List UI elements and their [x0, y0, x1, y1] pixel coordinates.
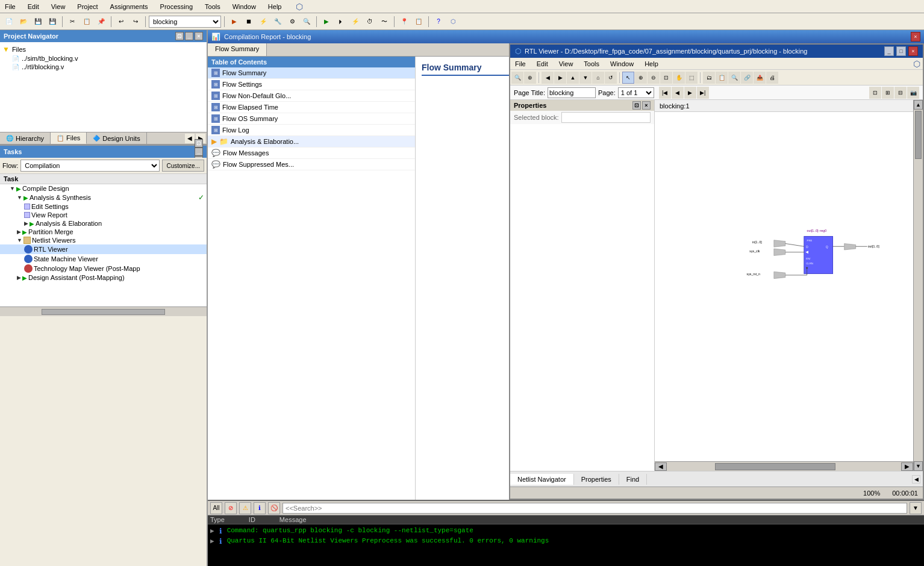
- paste-button[interactable]: 📌: [95, 15, 108, 28]
- toc-item-0[interactable]: ⊞ Flow Summary: [208, 67, 415, 79]
- task-partition-merge[interactable]: ▶ ▶ Partition Merge: [0, 228, 207, 236]
- suppress-filter-btn[interactable]: 🚫: [268, 502, 280, 514]
- rtl-tb-refresh-btn[interactable]: ↺: [605, 72, 617, 84]
- tool3-button[interactable]: 🔍: [300, 15, 313, 28]
- task-netlist-viewers[interactable]: ▼ Netlist Viewers: [0, 236, 207, 244]
- rtl-tb-navigate-icon[interactable]: 🔍: [511, 72, 523, 84]
- rtl-tb-home-btn[interactable]: ⌂: [592, 72, 604, 84]
- play-button[interactable]: ⏵: [334, 15, 348, 28]
- tasks-hscroll[interactable]: [0, 307, 207, 316]
- view-btn-1[interactable]: ⊡: [869, 87, 881, 99]
- min-button[interactable]: _: [185, 32, 193, 40]
- files-root[interactable]: ▼ Files: [2, 45, 204, 54]
- msg-expand-1[interactable]: ▶: [210, 537, 214, 545]
- all-filter-btn[interactable]: All: [210, 502, 222, 514]
- rtl-tab-find[interactable]: Find: [619, 474, 647, 485]
- page-next-btn[interactable]: ▶: [684, 87, 696, 99]
- rtl-menu-window[interactable]: Window: [608, 60, 636, 68]
- sim-button[interactable]: 〜: [378, 15, 391, 28]
- rtl-tb-zoomout-btn[interactable]: ⊖: [648, 72, 660, 84]
- menu-project[interactable]: Project: [75, 2, 100, 11]
- toc-item-6[interactable]: ▶ 📁 Analysis & Elaboratio...: [208, 136, 415, 148]
- rtl-menu-tools[interactable]: Tools: [581, 60, 602, 68]
- task-analysis-elaboration[interactable]: ▶ ▶ Analysis & Elaboration: [0, 219, 207, 228]
- menu-edit[interactable]: Edit: [25, 2, 42, 11]
- task-rtl-viewer[interactable]: RTL Viewer: [0, 244, 207, 254]
- timing-button[interactable]: ⏱: [363, 15, 376, 28]
- menu-processing[interactable]: Processing: [158, 2, 195, 11]
- search-go-btn[interactable]: ▼: [910, 502, 922, 514]
- rtl-tb-find-btn[interactable]: 🔍: [728, 72, 740, 84]
- msg-expand-0[interactable]: ▶: [210, 527, 214, 535]
- menu-view[interactable]: View: [49, 2, 68, 11]
- selected-block-input[interactable]: [561, 112, 651, 123]
- file-item-0[interactable]: 📄 ../sim/tb_blocking.v: [2, 54, 204, 63]
- rtl-vscrollbar[interactable]: ▲ ▼: [913, 100, 923, 471]
- page-prev-btn[interactable]: ◀: [672, 87, 684, 99]
- rtl-vscroll-up-btn[interactable]: ▲: [914, 100, 923, 110]
- error-filter-btn[interactable]: ⊘: [225, 502, 237, 514]
- cr-close-button[interactable]: ×: [911, 32, 920, 42]
- props-float-btn[interactable]: ⊡: [632, 101, 641, 110]
- new-button[interactable]: 📄: [2, 15, 16, 28]
- tool1-button[interactable]: 🔧: [271, 15, 284, 28]
- rtl-tab-properties[interactable]: Properties: [574, 474, 619, 485]
- rtl-vscroll-down-btn[interactable]: ▼: [914, 461, 923, 471]
- save-button[interactable]: 💾: [31, 15, 45, 28]
- pinplanner-button[interactable]: 📍: [398, 15, 411, 28]
- rtl-tb-pan-btn[interactable]: ✋: [673, 72, 685, 84]
- tab-files[interactable]: 📋 Files: [51, 132, 87, 144]
- run-button[interactable]: ▶: [320, 15, 333, 28]
- menu-help[interactable]: Help: [266, 2, 284, 11]
- save-all-button[interactable]: 💾: [46, 15, 59, 28]
- cr-tab-flow-summary[interactable]: Flow Summary: [208, 43, 267, 56]
- task-edit-settings[interactable]: Edit Settings: [0, 202, 207, 211]
- rtl-menu-file[interactable]: File: [513, 60, 528, 68]
- rtl-vscroll-thumb[interactable]: [915, 111, 922, 159]
- view-btn-3[interactable]: ⊟: [894, 87, 907, 99]
- toc-item-2[interactable]: ⊞ Flow Non-Default Glo...: [208, 90, 415, 102]
- compile-button[interactable]: ▶: [228, 15, 241, 28]
- rtl-close-button[interactable]: ×: [908, 46, 918, 56]
- task-state-machine-viewer[interactable]: State Machine Viewer: [0, 254, 207, 264]
- warning-filter-btn[interactable]: ⚠: [239, 502, 251, 514]
- info-filter-btn[interactable]: ℹ: [254, 502, 266, 514]
- rtl-tb-select-btn[interactable]: ⬚: [685, 72, 698, 84]
- rtl-tb-zoomin-btn[interactable]: ⊕: [635, 72, 647, 84]
- rtl-tb-forward-btn[interactable]: ▶: [554, 72, 566, 84]
- task-view-report[interactable]: View Report: [0, 211, 207, 219]
- float-button[interactable]: ⊡: [175, 32, 184, 40]
- nav-back-button[interactable]: ◀: [185, 134, 195, 143]
- view-btn-2[interactable]: ⊞: [882, 87, 894, 99]
- stop-button[interactable]: ⏹: [242, 15, 255, 28]
- rtl-tb-up-btn[interactable]: ▲: [567, 72, 579, 84]
- rtl-nav-left-btn[interactable]: ◀: [912, 475, 920, 484]
- rtl-tb-print-btn[interactable]: 🖨: [766, 72, 778, 84]
- toc-item-1[interactable]: ⊞ Flow Settings: [208, 79, 415, 90]
- task-analysis-synthesis[interactable]: ▼ ▶ Analysis & Synthesis ✓: [0, 193, 207, 202]
- rtl-tb-net-btn[interactable]: 🔗: [741, 72, 753, 84]
- rtl-tb-pointer-btn[interactable]: ↖: [622, 72, 634, 84]
- rtl-schematic-canvas[interactable]: out[1..0]~reg0 PRE D Q: [655, 112, 913, 461]
- rtl-tb-zoom-icon[interactable]: ⊕: [524, 72, 536, 84]
- task-compile-design[interactable]: ▼ ▶ Compile Design: [0, 184, 207, 193]
- rtl-hscrollbar[interactable]: ◀ ▶: [655, 461, 913, 471]
- toc-item-3[interactable]: ⊞ Flow Elapsed Time: [208, 102, 415, 113]
- rtl-tb-export-btn[interactable]: 📤: [754, 72, 766, 84]
- assignment-button[interactable]: 📋: [412, 15, 425, 28]
- rtl-menu-help[interactable]: Help: [642, 60, 661, 68]
- open-button[interactable]: 📂: [17, 15, 30, 28]
- redo-button[interactable]: ↪: [129, 15, 142, 28]
- rtl-tb-back-btn[interactable]: ◀: [542, 72, 554, 84]
- analyze-button[interactable]: ⚡: [257, 15, 270, 28]
- page-first-btn[interactable]: |◀: [659, 87, 671, 99]
- rtl-hscroll-thumb[interactable]: [715, 463, 835, 470]
- toc-item-8[interactable]: 💬 Flow Suppressed Mes...: [208, 159, 415, 170]
- menu-window[interactable]: Window: [230, 2, 258, 11]
- close-button[interactable]: ×: [195, 32, 203, 40]
- copy-button[interactable]: 📋: [80, 15, 93, 28]
- message-search-input[interactable]: [283, 503, 907, 514]
- rtl-tb-properties-btn[interactable]: 📋: [716, 72, 728, 84]
- file-item-1[interactable]: 📄 ../rtl/blocking.v: [2, 63, 204, 71]
- tool2-button[interactable]: ⚙: [286, 15, 299, 28]
